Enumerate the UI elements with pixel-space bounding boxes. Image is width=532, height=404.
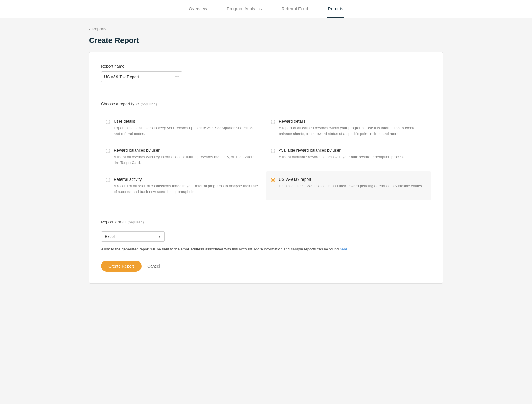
- tab-program-analytics[interactable]: Program Analytics: [226, 0, 263, 18]
- radio-desc-reward-details: A report of all earned rewards within yo…: [279, 125, 425, 136]
- report-name-section: Report name ☷: [101, 64, 431, 82]
- radio-available-reward-balances[interactable]: [271, 149, 275, 153]
- create-report-button[interactable]: Create Report: [101, 261, 142, 272]
- form-actions: Create Report Cancel: [101, 261, 431, 272]
- radio-desc-user-details: Export a list of all users to keep your …: [114, 125, 260, 136]
- radio-reward-balances[interactable]: [106, 149, 110, 153]
- info-text-prefix: A link to the generated report will be s…: [101, 247, 339, 251]
- divider-1: [101, 93, 431, 93]
- radio-title-reward-balances: Reward balances by user: [114, 148, 260, 153]
- nav-tabs: Overview Program Analytics Referral Feed…: [188, 0, 344, 18]
- radio-option-reward-details[interactable]: Reward details A report of all earned re…: [266, 113, 431, 142]
- format-select[interactable]: Excel CSV: [101, 231, 165, 242]
- radio-content-available-reward-balances: Available reward balances by user A list…: [279, 148, 406, 160]
- radio-option-available-reward-balances[interactable]: Available reward balances by user A list…: [266, 142, 431, 171]
- radio-title-w9-tax-report: US W-9 tax report: [279, 177, 422, 182]
- report-type-section: Choose a report type (required) User det…: [101, 102, 431, 200]
- divider-2: [101, 211, 431, 211]
- radio-user-details[interactable]: [106, 120, 110, 124]
- page-container: ‹ Reports Create Report Report name ☷ Ch…: [83, 18, 449, 292]
- report-format-label: Report format: [101, 220, 126, 224]
- page-title: Create Report: [89, 36, 443, 45]
- radio-desc-w9-tax-report: Details of user's W-9 tax status and the…: [279, 183, 422, 189]
- radio-option-w9-tax-report[interactable]: US W-9 tax report Details of user's W-9 …: [266, 171, 431, 200]
- breadcrumb-chevron-icon: ‹: [89, 27, 91, 31]
- radio-content-referral-activity: Referral activity A record of all referr…: [114, 177, 260, 194]
- top-navigation: Overview Program Analytics Referral Feed…: [0, 0, 532, 18]
- radio-desc-referral-activity: A record of all referral connections mad…: [114, 183, 260, 194]
- tab-overview[interactable]: Overview: [188, 0, 208, 18]
- info-text-suffix: .: [347, 247, 348, 251]
- breadcrumb-label: Reports: [92, 27, 106, 31]
- radio-content-user-details: User details Export a list of all users …: [114, 119, 260, 136]
- report-type-grid: User details Export a list of all users …: [101, 113, 431, 200]
- radio-title-user-details: User details: [114, 119, 260, 124]
- radio-title-available-reward-balances: Available reward balances by user: [279, 148, 406, 153]
- report-format-required: (required): [128, 220, 144, 224]
- text-input-icon: ☷: [172, 72, 182, 82]
- breadcrumb[interactable]: ‹ Reports: [89, 27, 443, 31]
- radio-desc-reward-balances: A list of all rewards with key informati…: [114, 154, 260, 165]
- radio-desc-available-reward-balances: A list of available rewards to help with…: [279, 154, 406, 160]
- info-text: A link to the generated report will be s…: [101, 246, 431, 252]
- report-type-required: (required): [141, 102, 157, 106]
- radio-referral-activity[interactable]: [106, 178, 110, 182]
- report-format-section: Report format (required) Excel CSV ▼ A l…: [101, 220, 431, 252]
- info-link[interactable]: here: [340, 247, 347, 251]
- radio-option-referral-activity[interactable]: Referral activity A record of all referr…: [101, 171, 266, 200]
- cancel-button[interactable]: Cancel: [147, 264, 160, 268]
- radio-content-w9-tax-report: US W-9 tax report Details of user's W-9 …: [279, 177, 422, 189]
- radio-reward-details[interactable]: [271, 120, 275, 124]
- radio-option-reward-balances[interactable]: Reward balances by user A list of all re…: [101, 142, 266, 171]
- radio-title-reward-details: Reward details: [279, 119, 425, 124]
- create-report-card: Report name ☷ Choose a report type (requ…: [89, 52, 443, 284]
- report-type-label: Choose a report type: [101, 102, 139, 106]
- report-format-label-row: Report format (required): [101, 220, 431, 224]
- tab-reports[interactable]: Reports: [327, 0, 344, 18]
- radio-w9-tax-report[interactable]: [271, 178, 275, 182]
- radio-option-user-details[interactable]: User details Export a list of all users …: [101, 113, 266, 142]
- radio-content-reward-details: Reward details A report of all earned re…: [279, 119, 425, 136]
- report-name-label: Report name: [101, 64, 431, 68]
- report-name-input-wrapper: ☷: [101, 71, 182, 82]
- report-type-label-row: Choose a report type (required): [101, 102, 431, 106]
- report-name-input[interactable]: [101, 72, 172, 82]
- radio-content-reward-balances: Reward balances by user A list of all re…: [114, 148, 260, 165]
- radio-title-referral-activity: Referral activity: [114, 177, 260, 182]
- tab-referral-feed[interactable]: Referral Feed: [281, 0, 310, 18]
- format-select-wrapper: Excel CSV ▼: [101, 231, 165, 242]
